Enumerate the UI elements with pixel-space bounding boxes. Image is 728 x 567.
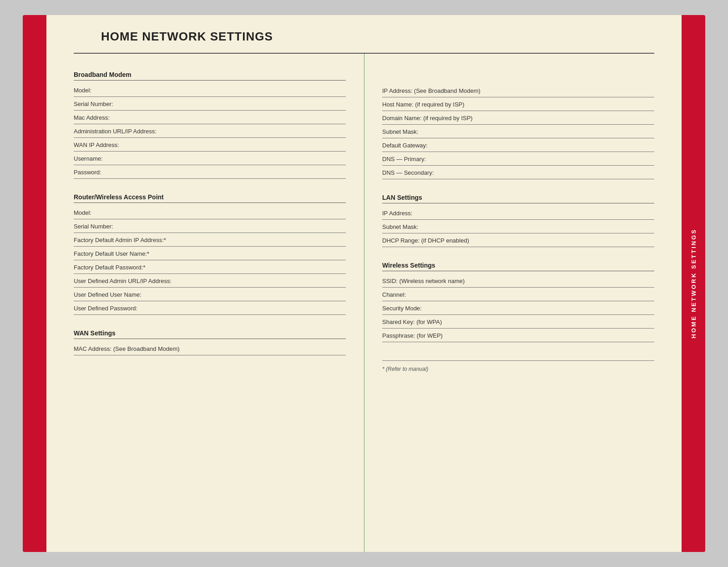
field-row: Subnet Mask: [382,125,654,138]
field-label: Model: [74,209,91,216]
field-row: Security Mode: [382,301,654,315]
field-label: Subnet Mask: [382,128,419,135]
field-row: Default Gateway: [382,138,654,152]
columns-wrapper: Broadband Modem Model: Serial Number: Ma… [46,54,682,552]
field-label: IP Address: (See Broadband Modem) [382,87,480,94]
field-label: Administration URL/IP Address: [74,128,157,135]
right-column: IP Address: (See Broadband Modem) Host N… [364,63,654,543]
field-row: Passphrase: (for WEP) [382,329,654,342]
field-row: Username: [74,152,346,165]
field-label: IP Address: [382,210,412,217]
field-row: Serial Number: [74,97,346,111]
red-bar-right: HOME NETWORK SETTINGS [682,15,705,552]
field-row: WAN IP Address: [74,138,346,152]
red-bar-left [23,15,46,552]
section-broadband-modem-heading: Broadband Modem [74,71,346,81]
field-row: IP Address: [382,206,654,220]
field-row: Domain Name: (if required by ISP) [382,111,654,125]
field-row: User Defined User Name: [74,288,346,301]
field-row: User Defined Admin URL/IP Address: [74,274,346,288]
field-row: Model: [74,83,346,97]
field-label: Shared Key: (for WPA) [382,319,442,325]
field-label: Model: [74,87,91,94]
field-row: Model: [74,206,346,219]
field-label: Factory Default Password:* [74,264,146,271]
field-label: Host Name: (if required by ISP) [382,101,465,108]
field-row: DNS — Secondary: [382,166,654,179]
field-label: Mac Address: [74,114,110,121]
field-label: SSID: (Wireless network name) [382,278,465,284]
field-row: MAC Address: (See Broadband Modem) [74,342,346,355]
field-row: Subnet Mask: [382,220,654,233]
sidebar-label: HOME NETWORK SETTINGS [690,228,697,338]
field-row: Host Name: (if required by ISP) [382,97,654,111]
section-router-heading: Router/Wireless Access Point [74,193,346,203]
field-label: User Defined Password: [74,305,137,312]
field-row: IP Address: (See Broadband Modem) [382,84,654,97]
field-label: Serial Number: [74,101,113,107]
field-row: Serial Number: [74,219,346,233]
field-label: WAN IP Address: [74,142,119,148]
field-label: Security Mode: [382,305,422,312]
field-label: Subnet Mask: [382,223,419,230]
field-row: Channel: [382,288,654,301]
footnote-text: * (Refer to manual) [382,366,428,372]
field-label: Factory Default Admin IP Address:* [74,237,166,243]
field-label: DHCP Range: (if DHCP enabled) [382,237,469,244]
section-wan-heading: WAN Settings [74,329,346,339]
field-label: Serial Number: [74,223,113,230]
field-label: Passphrase: (for WEP) [382,332,443,339]
field-label: Default Gateway: [382,142,428,149]
field-label: DNS — Secondary: [382,169,434,176]
field-label: Password: [74,169,101,176]
field-label: Channel: [382,291,406,298]
left-column: Broadband Modem Model: Serial Number: Ma… [74,63,364,543]
field-label: DNS — Primary: [382,156,426,162]
field-label: Factory Default User Name:* [74,250,149,257]
book-container: HOME NETWORK SETTINGS Broadband Modem Mo… [23,15,705,552]
section-lan-heading: LAN Settings [382,194,654,203]
page-title-section: HOME NETWORK SETTINGS [74,15,654,54]
field-row: SSID: (Wireless network name) [382,274,654,288]
section-wireless-heading: Wireless Settings [382,262,654,271]
field-row: Administration URL/IP Address: [74,124,346,138]
main-content: HOME NETWORK SETTINGS Broadband Modem Mo… [46,15,682,552]
field-label: User Defined Admin URL/IP Address: [74,278,172,284]
field-label: MAC Address: (See Broadband Modem) [74,345,180,352]
field-row: Factory Default Password:* [74,260,346,274]
field-row: Mac Address: [74,111,346,124]
field-row: DNS — Primary: [382,152,654,166]
field-row: User Defined Password: [74,301,346,315]
page-title: HOME NETWORK SETTINGS [101,30,627,44]
field-row: Factory Default Admin IP Address:* [74,233,346,247]
field-row: Factory Default User Name:* [74,247,346,260]
field-label: Username: [74,155,103,162]
field-row: DHCP Range: (if DHCP enabled) [382,233,654,247]
field-row: Shared Key: (for WPA) [382,315,654,329]
field-row: Password: [74,165,346,179]
footnote-area: * (Refer to manual) [382,356,654,373]
field-label: Domain Name: (if required by ISP) [382,115,473,122]
field-label: User Defined User Name: [74,291,142,298]
